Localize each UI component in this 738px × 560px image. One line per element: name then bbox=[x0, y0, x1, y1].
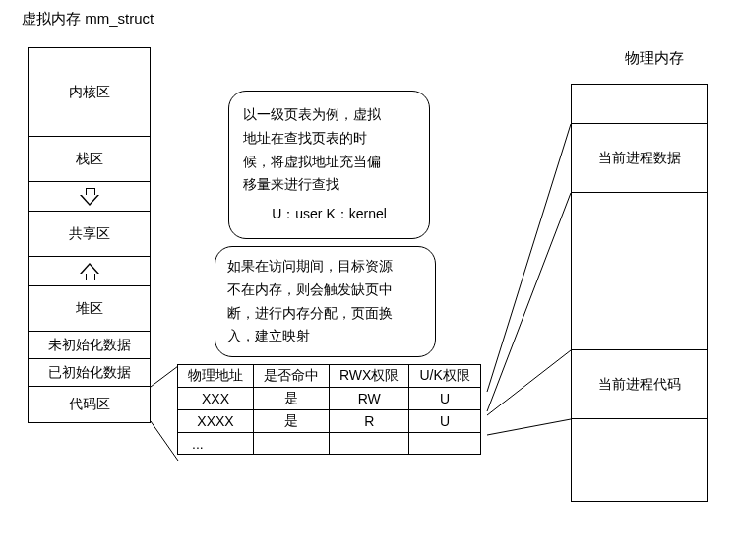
note-page-table-lookup: 以一级页表为例，虚拟 地址在查找页表的时 候，将虚拟地址充当偏 移量来进行查找 … bbox=[228, 91, 430, 239]
cell-rwx: R bbox=[330, 410, 409, 433]
phys-label: 当前进程代码 bbox=[598, 376, 681, 394]
cell-rwx bbox=[330, 433, 409, 455]
vm-seg-label: 堆区 bbox=[76, 300, 103, 318]
vm-stack-grow-arrow bbox=[29, 182, 150, 212]
phys-column: 当前进程数据 当前进程代码 bbox=[571, 84, 708, 502]
vm-seg-shared: 共享区 bbox=[29, 212, 150, 257]
arrow-up-icon bbox=[80, 263, 99, 280]
note-line: 不在内存，则会触发缺页中 bbox=[227, 279, 423, 302]
note-legend: U：user K：kernel bbox=[243, 203, 415, 226]
svg-line-2 bbox=[487, 124, 571, 392]
cell-phys-addr: XXX bbox=[178, 388, 254, 410]
note-page-fault: 如果在访问期间，目标资源 不在内存，则会触发缺页中 断，进行内存分配，页面换 入… bbox=[215, 246, 436, 357]
note-line: 断，进行内存分配，页面换 bbox=[227, 302, 423, 326]
cell-phys-addr: ... bbox=[178, 433, 254, 455]
vm-seg-code: 代码区 bbox=[29, 387, 150, 422]
vm-seg-heap: 堆区 bbox=[29, 286, 150, 332]
vm-seg-label: 共享区 bbox=[69, 225, 110, 243]
cell-uk: U bbox=[409, 388, 480, 410]
vm-title: 虚拟内存 mm_struct bbox=[22, 10, 154, 29]
vm-seg-label: 已初始化数据 bbox=[48, 364, 131, 382]
table-row: XXX 是 RW U bbox=[178, 388, 481, 410]
phys-gap bbox=[572, 419, 707, 503]
vm-seg-stack: 栈区 bbox=[29, 137, 150, 182]
vm-seg-label: 栈区 bbox=[76, 151, 103, 168]
page-table: 物理地址 是否命中 RWX权限 U/K权限 XXX 是 RW U XXXX 是 … bbox=[177, 364, 481, 455]
cell-rwx: RW bbox=[330, 388, 409, 410]
cell-hit bbox=[254, 433, 330, 455]
cell-hit: 是 bbox=[254, 410, 330, 433]
note-line: 如果在访问期间，目标资源 bbox=[227, 255, 423, 279]
col-rwx: RWX权限 bbox=[330, 365, 409, 388]
cell-uk bbox=[409, 433, 480, 455]
svg-line-4 bbox=[487, 350, 571, 415]
vm-seg-label: 代码区 bbox=[69, 396, 110, 413]
svg-line-5 bbox=[487, 419, 571, 435]
phys-proc-data: 当前进程数据 bbox=[572, 124, 707, 193]
note-line: 地址在查找页表的时 bbox=[243, 127, 415, 151]
arrow-down-icon bbox=[80, 188, 99, 206]
vm-seg-label: 内核区 bbox=[69, 84, 110, 101]
cell-uk: U bbox=[409, 410, 480, 433]
note-line: 移量来进行查找 bbox=[243, 173, 415, 197]
cell-phys-addr: XXXX bbox=[178, 410, 254, 433]
svg-line-1 bbox=[151, 421, 178, 461]
vm-column: 内核区 栈区 共享区 堆区 未初始化数据 已初始化数据 代码区 bbox=[28, 47, 151, 423]
svg-line-3 bbox=[487, 193, 571, 411]
phys-gap bbox=[572, 85, 707, 124]
vm-heap-grow-arrow bbox=[29, 257, 150, 286]
col-hit: 是否命中 bbox=[254, 365, 330, 388]
table-row: XXXX 是 R U bbox=[178, 410, 481, 433]
note-line: 以一级页表为例，虚拟 bbox=[243, 103, 415, 127]
vm-seg-label: 未初始化数据 bbox=[48, 337, 131, 354]
phys-gap bbox=[572, 193, 707, 350]
table-row: ... bbox=[178, 433, 481, 455]
phys-title: 物理内存 bbox=[625, 49, 684, 68]
vm-seg-data: 已初始化数据 bbox=[29, 359, 150, 387]
phys-label: 当前进程数据 bbox=[598, 150, 681, 167]
vm-seg-bss: 未初始化数据 bbox=[29, 332, 150, 359]
phys-proc-code: 当前进程代码 bbox=[572, 350, 707, 419]
vm-seg-kernel: 内核区 bbox=[29, 48, 150, 137]
note-line: 候，将虚拟地址充当偏 bbox=[243, 151, 415, 174]
col-uk: U/K权限 bbox=[409, 365, 480, 388]
cell-hit: 是 bbox=[254, 388, 330, 410]
note-line: 入，建立映射 bbox=[227, 325, 423, 348]
svg-line-0 bbox=[151, 366, 178, 387]
col-phys-addr: 物理地址 bbox=[178, 365, 254, 388]
page-table-header-row: 物理地址 是否命中 RWX权限 U/K权限 bbox=[178, 365, 481, 388]
